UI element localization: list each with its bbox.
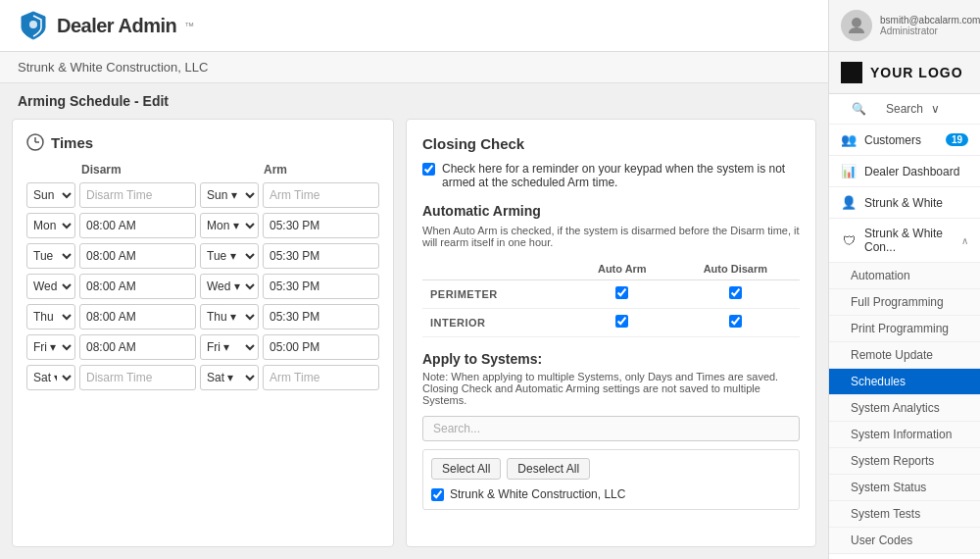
- system-checkbox[interactable]: [431, 488, 444, 501]
- arm-input-thu[interactable]: [263, 304, 379, 330]
- times-row: Fri ▾ Fri ▾: [26, 334, 379, 360]
- select-deselect-row: Select All Deselect All: [431, 458, 791, 480]
- day-select-sun[interactable]: Sun ▾: [26, 182, 75, 208]
- disarm-input-thu[interactable]: [79, 304, 196, 330]
- arm-input-tue[interactable]: [263, 243, 379, 269]
- sidebar-search[interactable]: 🔍 Search ∨: [829, 94, 980, 125]
- arm-day-select-wed[interactable]: Wed ▾: [200, 274, 259, 299]
- sidebar-item-tools[interactable]: 🔧 Tools ∨: [829, 554, 980, 559]
- disarm-input-tue[interactable]: [79, 243, 196, 269]
- logo-square: [841, 62, 862, 83]
- sidebar-nav: 🔍 Search ∨ 👥 Customers 19 📊 Dealer Dashb…: [829, 94, 980, 559]
- arm-day-select-thu[interactable]: Thu ▾: [200, 304, 259, 330]
- day-select-sat[interactable]: Sat ▾: [26, 365, 75, 390]
- times-row: Sat ▾ Sat ▾: [26, 365, 379, 390]
- arm-input-wed[interactable]: [263, 274, 379, 299]
- disarm-input-sat[interactable]: [79, 365, 196, 390]
- times-col-headers: Disarm Arm: [26, 163, 379, 177]
- closing-check-checkbox[interactable]: [422, 163, 435, 176]
- user-role: Administrator: [880, 25, 980, 36]
- closing-check-title: Closing Check: [422, 135, 800, 152]
- disarm-input-mon[interactable]: [79, 213, 196, 238]
- submenu-item-system-information[interactable]: System Information: [829, 422, 980, 448]
- avatar-icon: [847, 16, 866, 35]
- submenu: AutomationFull ProgrammingPrint Programm…: [829, 263, 980, 554]
- disarm-input-wed[interactable]: [79, 274, 196, 299]
- day-select-wed[interactable]: Wed ▾: [26, 274, 75, 299]
- top-header: Dealer Admin ™: [0, 0, 828, 52]
- day-select-fri[interactable]: Fri ▾: [26, 334, 75, 360]
- avatar: [841, 10, 872, 41]
- perimeter-auto-arm-checkbox[interactable]: [615, 286, 628, 299]
- disarm-input-sun[interactable]: [79, 182, 196, 208]
- customers-label: Customers: [864, 133, 938, 147]
- svg-point-4: [852, 18, 861, 27]
- arm-day-select-fri[interactable]: Fri ▾: [200, 334, 259, 360]
- col-auto-arm: Auto Arm: [573, 258, 671, 280]
- closing-panel: Closing Check Check here for a reminder …: [406, 119, 816, 547]
- disarm-input-fri[interactable]: [79, 334, 196, 360]
- submenu-item-system-status[interactable]: System Status: [829, 475, 980, 501]
- closing-check-label: Check here for a reminder on your keypad…: [442, 162, 800, 189]
- submenu-item-system-analytics[interactable]: System Analytics: [829, 395, 980, 422]
- times-row: Mon ▾ Mon ▾: [26, 213, 379, 238]
- auto-arm-title: Automatic Arming: [422, 203, 800, 219]
- systems-search-input[interactable]: [422, 416, 800, 441]
- breadcrumb: Strunk & White Construction, LLC: [0, 52, 828, 83]
- arm-input-fri[interactable]: [263, 334, 379, 360]
- submenu-item-full-programming[interactable]: Full Programming: [829, 289, 980, 316]
- customers-icon: 👥: [841, 132, 857, 147]
- arm-input-mon[interactable]: [263, 213, 379, 238]
- sidebar-item-strunk-white-con[interactable]: 🛡 Strunk & White Con... ∧: [829, 219, 980, 263]
- perimeter-row: PERIMETER: [422, 280, 800, 309]
- arm-day-select-sat[interactable]: Sat ▾: [200, 365, 259, 390]
- submenu-item-remote-update[interactable]: Remote Update: [829, 342, 980, 369]
- closing-check-row: Check here for a reminder on your keypad…: [422, 162, 800, 189]
- arm-day-select-mon[interactable]: Mon ▾: [200, 213, 259, 238]
- interior-row: INTERIOR: [422, 309, 800, 337]
- sidebar-item-strunk-white[interactable]: 👤 Strunk & White: [829, 187, 980, 219]
- strunk-white-icon: 👤: [841, 195, 857, 210]
- apply-systems-note: Note: When applying to multiple Systems,…: [422, 371, 800, 406]
- strunk-con-chevron: ∧: [961, 235, 968, 246]
- day-select-mon[interactable]: Mon ▾: [26, 213, 75, 238]
- app-logo: Dealer Admin ™: [18, 10, 194, 41]
- interior-auto-disarm-checkbox[interactable]: [729, 315, 742, 328]
- strunk-white-con-label: Strunk & White Con...: [864, 227, 954, 254]
- arm-input-sun[interactable]: [263, 182, 379, 208]
- day-select-thu[interactable]: Thu ▾: [26, 304, 75, 330]
- submenu-item-user-codes[interactable]: User Codes: [829, 528, 980, 554]
- times-row: Wed ▾ Wed ▾: [26, 274, 379, 299]
- submenu-item-system-tests[interactable]: System Tests: [829, 501, 980, 528]
- sidebar-item-customers[interactable]: 👥 Customers 19: [829, 125, 980, 156]
- strunk-white-label: Strunk & White: [864, 196, 968, 210]
- perimeter-auto-disarm-checkbox[interactable]: [729, 286, 742, 299]
- select-all-button[interactable]: Select All: [431, 458, 501, 480]
- app-title: Dealer Admin: [57, 15, 176, 37]
- deselect-all-button[interactable]: Deselect All: [507, 458, 590, 480]
- arm-day-select-sun[interactable]: Sun ▾: [200, 182, 259, 208]
- sidebar-item-dealer-dashboard[interactable]: 📊 Dealer Dashboard: [829, 156, 980, 187]
- logo-text: YOUR LoGo: [870, 65, 963, 80]
- logo-area: YOUR LoGo: [829, 52, 980, 94]
- search-chevron: ∨: [931, 102, 968, 116]
- content-area: Times Disarm Arm Sun ▾ Sun ▾ Mon ▾: [0, 119, 828, 559]
- dealer-dashboard-icon: 📊: [841, 164, 857, 178]
- page-title: Arming Schedule - Edit: [0, 83, 828, 119]
- auto-arm-note: When Auto Arm is checked, if the system …: [422, 225, 800, 248]
- svg-point-0: [29, 21, 37, 28]
- submenu-item-print-programming[interactable]: Print Programming: [829, 316, 980, 342]
- system-item: Strunk & White Construction, LLC: [431, 487, 791, 501]
- submenu-item-schedules[interactable]: Schedules: [829, 369, 980, 395]
- day-select-tue[interactable]: Tue ▾: [26, 243, 75, 269]
- submenu-item-automation[interactable]: Automation: [829, 263, 980, 289]
- times-row: Tue ▾ Tue ▾: [26, 243, 379, 269]
- interior-auto-arm-checkbox[interactable]: [615, 315, 628, 328]
- submenu-item-system-reports[interactable]: System Reports: [829, 448, 980, 475]
- clock-icon: [26, 133, 44, 151]
- perimeter-label: PERIMETER: [422, 280, 573, 309]
- arm-input-sat[interactable]: [263, 365, 379, 390]
- shield-nav-icon: 🛡: [841, 233, 857, 248]
- arm-day-select-tue[interactable]: Tue ▾: [200, 243, 259, 269]
- sidebar: bsmith@abcalarm.com Administrator YOUR L…: [828, 0, 980, 559]
